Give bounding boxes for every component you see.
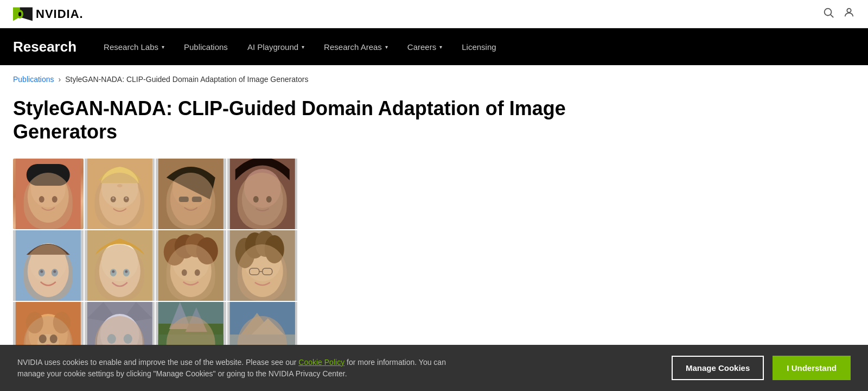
svg-point-60 [264,235,284,263]
nav-item-research-areas[interactable]: Research Areas ▾ [314,28,398,65]
svg-point-79 [123,334,132,344]
cookie-buttons: Manage Cookies I Understand [672,356,851,380]
svg-point-20 [117,184,122,187]
breadcrumb-current: StyleGAN-NADA: CLIP-Guided Domain Adapta… [65,75,308,84]
svg-point-41 [110,269,116,276]
search-icon[interactable] [822,7,834,21]
nav-item-ai-playground[interactable]: AI Playground ▾ [238,28,314,65]
svg-point-19 [125,197,127,199]
svg-rect-10 [27,164,70,186]
cookie-banner: NVIDIA uses cookies to enable and improv… [0,345,868,391]
face-svg-8 [227,230,298,301]
svg-rect-62 [262,268,272,275]
top-bar: NVIDIA. [0,0,868,28]
svg-rect-61 [249,268,259,275]
svg-point-53 [195,269,200,276]
grid-cell-8 [227,230,298,301]
svg-point-8 [28,171,69,223]
svg-point-36 [40,270,43,273]
face-svg-3 [156,159,226,229]
face-svg-1 [13,159,84,229]
face-svg-4 [227,159,298,229]
breadcrumb-separator: › [59,75,61,84]
svg-point-32 [28,245,69,297]
svg-point-30 [266,196,271,203]
nav-item-publications[interactable]: Publications [174,28,238,65]
nav-item-research-labs[interactable]: Research Labs ▾ [94,28,174,65]
face-svg-2 [85,159,155,229]
svg-point-37 [53,270,56,273]
svg-point-17 [123,197,129,203]
nav-brand[interactable]: Research [13,39,76,55]
chevron-down-icon: ▾ [302,44,304,50]
face-svg-6 [85,230,155,301]
svg-point-34 [39,269,45,276]
svg-point-70 [39,335,47,343]
i-understand-button[interactable]: I Understand [773,356,851,380]
svg-point-18 [112,197,114,199]
svg-point-43 [112,270,114,273]
chevron-down-icon: ▾ [162,44,164,50]
svg-point-47 [173,242,209,281]
svg-point-33 [30,243,67,282]
breadcrumb: Publications › StyleGAN-NADA: CLIP-Guide… [0,65,868,88]
svg-point-4 [825,9,832,16]
svg-rect-24 [179,197,189,202]
chevron-down-icon: ▾ [439,44,442,50]
svg-point-3 [18,11,21,16]
svg-point-29 [253,196,258,203]
svg-point-56 [244,242,280,281]
grid-cell-6 [85,230,155,301]
cookie-policy-link[interactable]: Cookie Policy [298,358,344,367]
nav-item-licensing[interactable]: Licensing [452,28,506,65]
svg-point-51 [196,237,218,264]
grid-cell-1 [13,159,84,229]
grid-cell-7 [156,230,226,301]
svg-rect-31 [16,230,81,301]
svg-point-22 [170,173,212,225]
grid-cell-5 [13,230,84,301]
svg-rect-88 [229,302,295,335]
svg-point-78 [107,334,116,344]
svg-point-12 [52,196,58,203]
nvidia-logo[interactable]: NVIDIA. [13,4,84,24]
svg-point-14 [99,173,140,225]
svg-point-11 [39,196,44,203]
svg-point-67 [26,312,43,333]
svg-point-40 [101,242,138,281]
svg-point-42 [123,269,129,276]
nav-items: Research Labs ▾ Publications AI Playgrou… [94,28,506,65]
svg-point-71 [50,335,58,343]
face-svg-5 [13,230,84,301]
svg-rect-25 [192,197,202,202]
svg-point-44 [125,270,127,273]
svg-point-52 [182,269,187,276]
svg-point-28 [244,169,280,208]
svg-line-5 [831,15,833,17]
svg-point-16 [110,197,116,203]
svg-point-6 [847,9,851,12]
svg-point-68 [53,312,71,333]
face-svg-7 [156,230,226,301]
svg-point-55 [241,245,283,297]
user-icon[interactable] [843,7,855,21]
grid-cell-2 [85,159,155,229]
cookie-text: NVIDIA uses cookies to enable and improv… [17,357,451,380]
image-grid [13,159,297,373]
page-title: StyleGAN-NADA: CLIP-Guided Domain Adapta… [13,97,610,143]
breadcrumb-publications-link[interactable]: Publications [13,75,54,84]
nav-item-careers[interactable]: Careers ▾ [398,28,452,65]
nvidia-wordmark: NVIDIA. [36,7,84,21]
svg-rect-85 [158,302,224,324]
grid-cell-3 [156,159,226,229]
nvidia-eye-icon [13,4,33,24]
chevron-down-icon: ▾ [385,44,388,50]
grid-cell-4 [227,159,298,229]
nav-bar: Research Research Labs ▾ Publications AI… [0,28,868,65]
svg-point-39 [99,245,140,297]
svg-point-46 [170,245,212,297]
manage-cookies-button[interactable]: Manage Cookies [672,356,764,380]
svg-point-27 [241,173,283,225]
svg-point-35 [52,269,58,276]
top-bar-icons [822,7,855,21]
